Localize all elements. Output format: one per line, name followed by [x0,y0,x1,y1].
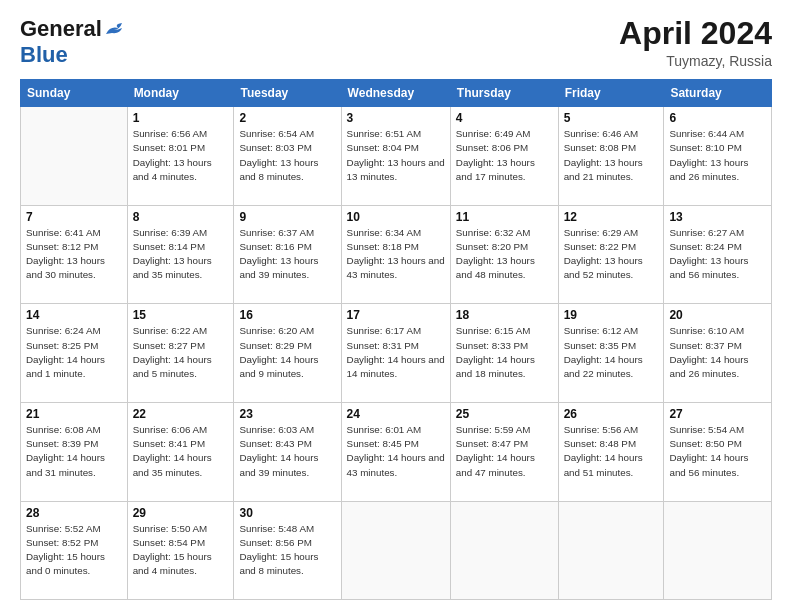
header: General Blue April 2024 Tuymazy, Russia [20,16,772,69]
day-number: 1 [133,111,229,125]
day-number: 24 [347,407,445,421]
day-info: Sunrise: 6:41 AMSunset: 8:12 PMDaylight:… [26,226,122,283]
day-number: 28 [26,506,122,520]
day-number: 12 [564,210,659,224]
day-info: Sunrise: 6:10 AMSunset: 8:37 PMDaylight:… [669,324,766,381]
day-number: 21 [26,407,122,421]
calendar-header-sunday: Sunday [21,80,128,107]
day-number: 17 [347,308,445,322]
calendar-cell: 16Sunrise: 6:20 AMSunset: 8:29 PMDayligh… [234,304,341,403]
calendar-cell: 17Sunrise: 6:17 AMSunset: 8:31 PMDayligh… [341,304,450,403]
day-number: 5 [564,111,659,125]
calendar-cell: 12Sunrise: 6:29 AMSunset: 8:22 PMDayligh… [558,205,664,304]
day-number: 25 [456,407,553,421]
calendar-week-row: 21Sunrise: 6:08 AMSunset: 8:39 PMDayligh… [21,402,772,501]
day-number: 3 [347,111,445,125]
day-info: Sunrise: 6:44 AMSunset: 8:10 PMDaylight:… [669,127,766,184]
calendar-cell: 3Sunrise: 6:51 AMSunset: 8:04 PMDaylight… [341,107,450,206]
day-info: Sunrise: 6:22 AMSunset: 8:27 PMDaylight:… [133,324,229,381]
day-info: Sunrise: 6:24 AMSunset: 8:25 PMDaylight:… [26,324,122,381]
day-info: Sunrise: 6:37 AMSunset: 8:16 PMDaylight:… [239,226,335,283]
title-section: April 2024 Tuymazy, Russia [619,16,772,69]
day-info: Sunrise: 6:32 AMSunset: 8:20 PMDaylight:… [456,226,553,283]
calendar-cell: 1Sunrise: 6:56 AMSunset: 8:01 PMDaylight… [127,107,234,206]
calendar-cell: 23Sunrise: 6:03 AMSunset: 8:43 PMDayligh… [234,402,341,501]
calendar-header-thursday: Thursday [450,80,558,107]
day-info: Sunrise: 6:39 AMSunset: 8:14 PMDaylight:… [133,226,229,283]
calendar-cell: 19Sunrise: 6:12 AMSunset: 8:35 PMDayligh… [558,304,664,403]
logo-bird-icon [104,22,126,38]
day-info: Sunrise: 6:56 AMSunset: 8:01 PMDaylight:… [133,127,229,184]
day-info: Sunrise: 5:59 AMSunset: 8:47 PMDaylight:… [456,423,553,480]
day-info: Sunrise: 6:54 AMSunset: 8:03 PMDaylight:… [239,127,335,184]
day-number: 19 [564,308,659,322]
calendar-header-monday: Monday [127,80,234,107]
calendar-cell: 9Sunrise: 6:37 AMSunset: 8:16 PMDaylight… [234,205,341,304]
day-number: 20 [669,308,766,322]
day-info: Sunrise: 6:29 AMSunset: 8:22 PMDaylight:… [564,226,659,283]
day-number: 26 [564,407,659,421]
day-info: Sunrise: 6:01 AMSunset: 8:45 PMDaylight:… [347,423,445,480]
calendar-cell: 2Sunrise: 6:54 AMSunset: 8:03 PMDaylight… [234,107,341,206]
logo-blue: Blue [20,42,68,67]
day-number: 6 [669,111,766,125]
calendar-week-row: 1Sunrise: 6:56 AMSunset: 8:01 PMDaylight… [21,107,772,206]
calendar-cell: 7Sunrise: 6:41 AMSunset: 8:12 PMDaylight… [21,205,128,304]
day-number: 22 [133,407,229,421]
day-info: Sunrise: 6:49 AMSunset: 8:06 PMDaylight:… [456,127,553,184]
calendar-cell: 15Sunrise: 6:22 AMSunset: 8:27 PMDayligh… [127,304,234,403]
day-info: Sunrise: 6:15 AMSunset: 8:33 PMDaylight:… [456,324,553,381]
day-number: 14 [26,308,122,322]
day-number: 27 [669,407,766,421]
day-number: 23 [239,407,335,421]
calendar-header-friday: Friday [558,80,664,107]
calendar-cell: 5Sunrise: 6:46 AMSunset: 8:08 PMDaylight… [558,107,664,206]
day-info: Sunrise: 5:48 AMSunset: 8:56 PMDaylight:… [239,522,335,579]
calendar-header-wednesday: Wednesday [341,80,450,107]
calendar-cell: 11Sunrise: 6:32 AMSunset: 8:20 PMDayligh… [450,205,558,304]
calendar-header-saturday: Saturday [664,80,772,107]
day-info: Sunrise: 5:54 AMSunset: 8:50 PMDaylight:… [669,423,766,480]
logo-general: General [20,16,102,42]
day-number: 9 [239,210,335,224]
location-title: Tuymazy, Russia [619,53,772,69]
day-info: Sunrise: 6:17 AMSunset: 8:31 PMDaylight:… [347,324,445,381]
day-info: Sunrise: 5:52 AMSunset: 8:52 PMDaylight:… [26,522,122,579]
day-number: 10 [347,210,445,224]
day-number: 15 [133,308,229,322]
day-info: Sunrise: 6:46 AMSunset: 8:08 PMDaylight:… [564,127,659,184]
day-number: 29 [133,506,229,520]
calendar-header-row: SundayMondayTuesdayWednesdayThursdayFrid… [21,80,772,107]
calendar-table: SundayMondayTuesdayWednesdayThursdayFrid… [20,79,772,600]
calendar-cell [341,501,450,599]
day-info: Sunrise: 6:03 AMSunset: 8:43 PMDaylight:… [239,423,335,480]
day-number: 13 [669,210,766,224]
calendar-cell: 26Sunrise: 5:56 AMSunset: 8:48 PMDayligh… [558,402,664,501]
day-info: Sunrise: 6:20 AMSunset: 8:29 PMDaylight:… [239,324,335,381]
calendar-week-row: 28Sunrise: 5:52 AMSunset: 8:52 PMDayligh… [21,501,772,599]
day-info: Sunrise: 6:12 AMSunset: 8:35 PMDaylight:… [564,324,659,381]
day-info: Sunrise: 6:06 AMSunset: 8:41 PMDaylight:… [133,423,229,480]
calendar-cell [21,107,128,206]
day-number: 8 [133,210,229,224]
calendar-cell [664,501,772,599]
day-info: Sunrise: 5:50 AMSunset: 8:54 PMDaylight:… [133,522,229,579]
calendar-cell [450,501,558,599]
calendar-cell: 28Sunrise: 5:52 AMSunset: 8:52 PMDayligh… [21,501,128,599]
calendar-cell: 27Sunrise: 5:54 AMSunset: 8:50 PMDayligh… [664,402,772,501]
calendar-cell: 30Sunrise: 5:48 AMSunset: 8:56 PMDayligh… [234,501,341,599]
calendar-header-tuesday: Tuesday [234,80,341,107]
calendar-cell: 4Sunrise: 6:49 AMSunset: 8:06 PMDaylight… [450,107,558,206]
calendar-cell: 21Sunrise: 6:08 AMSunset: 8:39 PMDayligh… [21,402,128,501]
day-number: 18 [456,308,553,322]
month-title: April 2024 [619,16,772,51]
day-number: 4 [456,111,553,125]
calendar-week-row: 7Sunrise: 6:41 AMSunset: 8:12 PMDaylight… [21,205,772,304]
day-info: Sunrise: 6:34 AMSunset: 8:18 PMDaylight:… [347,226,445,283]
calendar-cell: 18Sunrise: 6:15 AMSunset: 8:33 PMDayligh… [450,304,558,403]
day-number: 11 [456,210,553,224]
day-info: Sunrise: 5:56 AMSunset: 8:48 PMDaylight:… [564,423,659,480]
calendar-cell [558,501,664,599]
day-info: Sunrise: 6:08 AMSunset: 8:39 PMDaylight:… [26,423,122,480]
calendar-cell: 29Sunrise: 5:50 AMSunset: 8:54 PMDayligh… [127,501,234,599]
